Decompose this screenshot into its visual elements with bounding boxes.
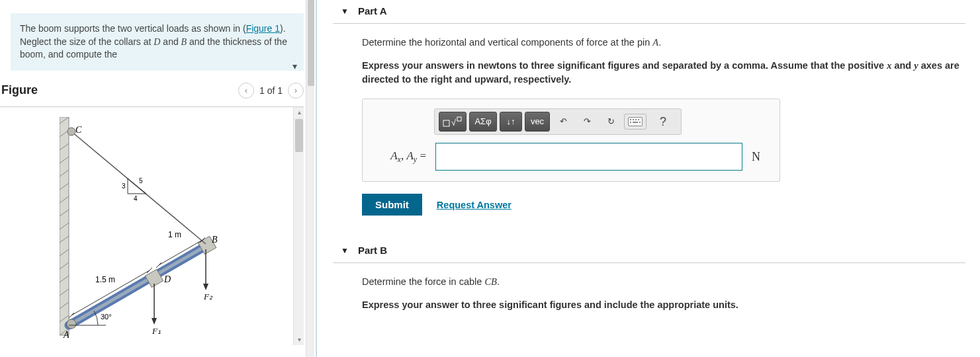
svg-text:F₂: F₂	[203, 292, 213, 301]
var-CB: CB	[484, 276, 497, 287]
var-A: A	[652, 37, 658, 48]
svg-rect-53	[633, 119, 634, 120]
svg-marker-26	[203, 284, 208, 290]
part-b-body: Determine the force in cable CB. Express…	[326, 275, 972, 312]
prompt-text: Determine the horizontal and vertical co…	[362, 37, 652, 48]
prompt-text: Determine the force in cable	[362, 276, 484, 287]
figure-viewport: C B D A 1 m 1.5 m 30° F₁ F₂ 3 4 5 ▴ ▾	[0, 107, 304, 345]
svg-text:F₁: F₁	[152, 326, 161, 336]
var-B: B	[181, 37, 187, 47]
answer-unit: N	[752, 148, 768, 165]
prompt-text: .	[497, 276, 500, 287]
left-pane: The boom supports the two vertical loads…	[0, 0, 314, 357]
request-answer-link[interactable]: Request Answer	[437, 200, 512, 210]
figure-pager: ‹ 1 of 1 ›	[238, 83, 304, 99]
problem-text: The boom supports the two vertical loads…	[20, 23, 246, 34]
svg-rect-56	[630, 122, 631, 123]
svg-rect-54	[635, 119, 637, 120]
right-pane: ▼ Part A Determine the horizontal and ve…	[318, 0, 980, 357]
templates-button[interactable]: √	[439, 112, 467, 132]
svg-text:5: 5	[139, 177, 143, 184]
figure-title: Figure	[0, 83, 38, 97]
svg-text:1 m: 1 m	[168, 230, 181, 239]
answer-input[interactable]	[435, 143, 742, 171]
answer-row: Ax, Ay = N	[375, 143, 768, 171]
scrollbar-thumb[interactable]	[295, 119, 303, 152]
svg-text:30°: 30°	[101, 313, 112, 321]
chevron-down-icon[interactable]: ▾	[292, 61, 297, 71]
problem-statement: The boom supports the two vertical loads…	[11, 13, 304, 71]
caret-down-icon: ▼	[341, 246, 349, 255]
divider	[333, 23, 965, 24]
submit-button[interactable]: Submit	[362, 194, 422, 216]
subsup-button[interactable]: ↓↑	[500, 112, 522, 132]
submit-row: Submit Request Answer	[326, 194, 972, 216]
pager-next-button[interactable]: ›	[288, 83, 304, 99]
vec-button[interactable]: vec	[525, 112, 550, 132]
svg-rect-55	[638, 119, 639, 120]
help-button[interactable]: ?	[649, 112, 677, 132]
var-D: D	[154, 37, 160, 47]
undo-button[interactable]: ↶	[553, 112, 574, 132]
caret-down-icon: ▼	[341, 7, 349, 16]
instr-text: and	[891, 60, 914, 71]
problem-text: and	[160, 36, 181, 47]
greek-button[interactable]: ΑΣφ	[469, 112, 497, 132]
label-Ay: A	[406, 149, 413, 162]
part-a-instructions: Express your answers in newtons to three…	[362, 59, 965, 87]
instr-text: Express your answers in newtons to three…	[362, 60, 887, 71]
keyboard-button[interactable]	[624, 114, 646, 130]
svg-rect-48	[443, 120, 449, 126]
part-b-title: Part B	[358, 245, 387, 256]
figure-header: Figure ‹ 1 of 1 ›	[0, 83, 304, 99]
svg-line-19	[69, 245, 207, 325]
figure-scrollbar[interactable]: ▴ ▾	[293, 107, 304, 345]
svg-text:4: 4	[134, 195, 138, 202]
svg-text:B: B	[212, 235, 218, 245]
answer-label: Ax, Ay =	[375, 148, 426, 166]
part-b-prompt: Determine the force in cable CB.	[362, 275, 965, 289]
part-b-header[interactable]: ▼ Part B	[326, 239, 972, 260]
reset-button[interactable]: ↻	[600, 112, 621, 132]
scroll-down-icon[interactable]: ▾	[294, 335, 304, 345]
pager-label: 1 of 1	[259, 85, 283, 96]
svg-text:C: C	[75, 125, 82, 135]
svg-text:3: 3	[122, 182, 126, 190]
redo-button[interactable]: ↷	[576, 112, 598, 132]
part-a-prompt: Determine the horizontal and vertical co…	[362, 36, 965, 50]
svg-point-20	[67, 319, 76, 329]
pane-splitter[interactable]	[314, 0, 318, 357]
scroll-up-icon[interactable]: ▴	[294, 107, 304, 118]
svg-marker-28	[152, 318, 157, 325]
prompt-text: .	[658, 37, 661, 48]
svg-text:A: A	[63, 330, 69, 340]
svg-line-30	[69, 313, 74, 318]
divider	[333, 262, 965, 263]
label-Ax: A	[390, 149, 397, 162]
part-a-body: Determine the horizontal and vertical co…	[326, 36, 972, 182]
svg-rect-58	[639, 122, 641, 123]
svg-line-33	[156, 262, 161, 268]
svg-text:√: √	[451, 118, 457, 128]
svg-text:D: D	[163, 274, 171, 284]
part-b-instructions: Express your answer to three significant…	[362, 298, 965, 312]
svg-point-24	[67, 128, 75, 136]
equation-toolbar: √ ΑΣφ ↓↑ vec ↶ ↷ ↻ ?	[434, 108, 682, 135]
svg-rect-50	[457, 117, 461, 121]
svg-rect-57	[633, 122, 638, 123]
answer-area: √ ΑΣφ ↓↑ vec ↶ ↷ ↻ ? Ax, Ay =	[362, 99, 780, 182]
figure-link[interactable]: Figure 1	[246, 23, 280, 34]
figure-diagram: C B D A 1 m 1.5 m 30° F₁ F₂ 3 4 5	[60, 117, 245, 342]
svg-rect-52	[630, 119, 631, 120]
svg-text:1.5 m: 1.5 m	[95, 275, 115, 284]
part-a-title: Part A	[358, 5, 387, 17]
pager-prev-button[interactable]: ‹	[238, 83, 254, 99]
part-a-header[interactable]: ▼ Part A	[326, 0, 972, 20]
label-eq: =	[417, 149, 426, 162]
